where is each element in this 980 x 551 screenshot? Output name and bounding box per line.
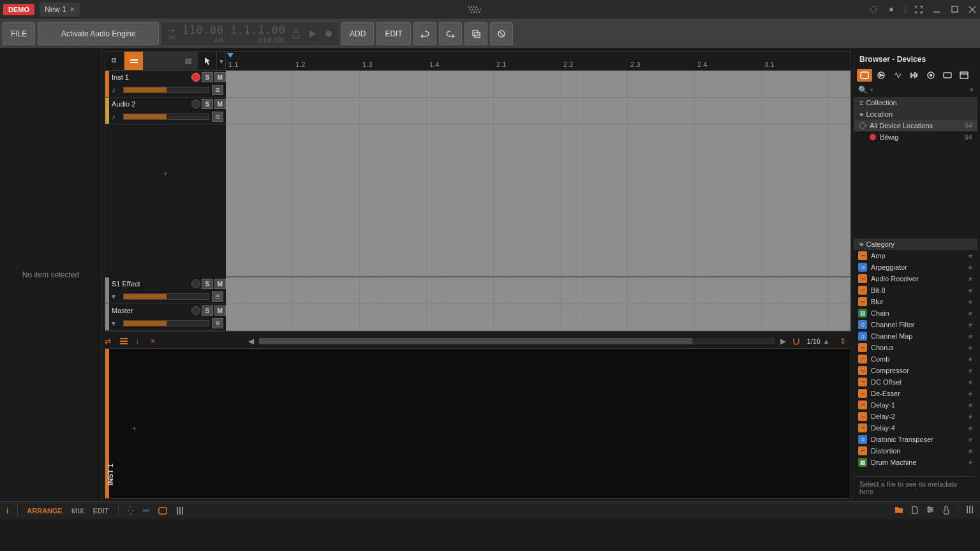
browser-category-item[interactable]: ⎓Blur★ [854, 296, 977, 307]
browser-category-item[interactable]: ⎓Audio Receiver★ [854, 273, 977, 284]
touch-icon[interactable] [942, 506, 950, 516]
arranger-lanes[interactable] [226, 71, 850, 331]
notification-icon[interactable] [887, 5, 896, 14]
favorite-icon[interactable]: ★ [967, 459, 974, 467]
favorite-icon[interactable]: ★ [967, 275, 974, 283]
browser-search[interactable]: 🔍 ▾ × [854, 83, 977, 97]
browser-category-item[interactable]: ▤Chain★ [854, 307, 977, 319]
solo-button[interactable]: S [202, 72, 213, 82]
record-arm-button[interactable] [191, 99, 200, 108]
view-mix-tab[interactable]: MIX [71, 507, 84, 515]
arranger-toggle[interactable] [124, 52, 144, 70]
grid-resolution[interactable]: 1/16 [807, 337, 820, 345]
browser-category-item[interactable]: ⎓Bit-8★ [854, 284, 977, 296]
settings-icon[interactable] [926, 506, 935, 516]
browser-category-item[interactable]: ⎓Delay-1★ [854, 399, 977, 411]
track-menu-button[interactable]: ≡ [212, 318, 223, 328]
record-arm-button[interactable] [191, 279, 200, 288]
favorite-icon[interactable]: ★ [967, 286, 974, 295]
timesig-display[interactable]: 4/4 [182, 36, 223, 44]
browser-category-item[interactable]: ♫Channel Map★ [854, 330, 977, 342]
browser-category-item[interactable]: ♫Diatonic Transposer★ [854, 434, 977, 445]
favorite-icon[interactable]: ★ [967, 263, 974, 272]
follow-playhead-icon[interactable]: ↓ [135, 337, 147, 346]
browser-section-category[interactable]: ≡ Category [854, 239, 977, 250]
device-panel-icon[interactable] [158, 507, 167, 515]
controllers-icon[interactable] [966, 506, 974, 516]
favorite-icon[interactable]: ★ [967, 367, 974, 375]
automation-icon[interactable]: ⇄ [105, 337, 116, 346]
clear-icon[interactable]: × [151, 337, 162, 346]
timeline-ruler[interactable]: 1.11.21.31.42.12.22.32.43.1 [226, 52, 850, 71]
browser-tab-multisamples[interactable] [907, 69, 922, 82]
solo-button[interactable]: S [202, 279, 213, 289]
record-button[interactable] [323, 29, 334, 39]
favorite-icon[interactable]: ★ [967, 378, 974, 386]
browser-category-item[interactable]: ⎓Compressor★ [854, 365, 977, 376]
volume-meter[interactable] [123, 320, 209, 327]
add-button[interactable]: ADD [341, 22, 374, 45]
browser-tab-presets[interactable] [873, 69, 889, 82]
browser-tab-music[interactable] [923, 69, 939, 82]
record-arm-button[interactable] [191, 73, 200, 82]
mute-button[interactable]: M [214, 72, 226, 82]
mute-button[interactable]: M [214, 305, 226, 316]
metronome-icon[interactable] [292, 28, 301, 33]
browser-section-collection[interactable]: ≡ Collection [854, 97, 977, 108]
clip-launcher-toggle[interactable] [105, 52, 124, 70]
edit-button[interactable]: EDIT [376, 22, 410, 45]
punch-icon[interactable] [292, 34, 301, 40]
file-button[interactable]: FILE [3, 22, 35, 45]
favorite-icon[interactable]: ★ [967, 252, 974, 260]
close-icon[interactable]: × [70, 5, 75, 14]
solo-button[interactable]: S [202, 99, 213, 109]
favorite-icon[interactable]: ★ [967, 309, 974, 318]
track-menu-button[interactable]: ≡ [212, 112, 223, 122]
add-track-button[interactable]: + [105, 167, 226, 181]
project-panel-icon[interactable] [895, 506, 903, 516]
browser-tab-clips[interactable] [940, 69, 955, 82]
time-display[interactable]: 0:00.000 [230, 36, 285, 44]
browser-category-item[interactable]: ⎓Delay-2★ [854, 411, 977, 422]
browser-category-item[interactable]: ⎓Delay-4★ [854, 422, 977, 434]
search-clear-icon[interactable]: × [969, 85, 974, 94]
favorite-icon[interactable]: ★ [967, 390, 974, 398]
project-tab[interactable]: New 1 × [40, 3, 80, 17]
volume-meter[interactable] [123, 114, 209, 120]
view-arrange-tab[interactable]: ARRANGE [27, 507, 63, 515]
activate-engine-button[interactable]: Activate Audio Engine [38, 22, 159, 45]
dashboard-icon[interactable] [869, 5, 878, 14]
favorite-icon[interactable]: ★ [967, 355, 974, 364]
browser-category-item[interactable]: ⎓Comb★ [854, 353, 977, 365]
record-arm-button[interactable] [191, 306, 200, 315]
track-header[interactable]: Inst 1 S M ♪ ≡ [105, 71, 226, 98]
disable-button[interactable] [490, 22, 513, 45]
scroll-left-icon[interactable]: ◀ [246, 337, 255, 346]
track-fold-icon[interactable] [120, 338, 131, 344]
browser-category-item[interactable]: ⎓De-Esser★ [854, 388, 977, 399]
browser-category-item[interactable]: ⎓Distortion★ [854, 445, 977, 457]
browser-tab-files[interactable] [956, 69, 972, 82]
position-display[interactable]: 1.1.1.00 [230, 23, 285, 36]
tempo-display[interactable]: 110.00 [182, 23, 223, 36]
browser-section-location[interactable]: ≡ Location [854, 108, 977, 120]
browser-category-item[interactable]: ⎓DC Offset★ [854, 376, 977, 388]
info-icon[interactable]: i [6, 506, 8, 515]
browser-tab-devices[interactable] [857, 69, 872, 82]
clipboard-button[interactable] [464, 22, 487, 45]
track-header[interactable]: S1 Effect S M ▾ ≡ [105, 277, 226, 304]
add-device-button[interactable]: + [132, 424, 137, 433]
pointer-tool[interactable] [198, 52, 217, 70]
browser-category-item[interactable]: ▦Drum Machine★ [854, 457, 977, 468]
redo-button[interactable] [439, 22, 462, 45]
favorite-icon[interactable]: ★ [967, 424, 974, 432]
grid-menu-icon[interactable]: ▴ [824, 337, 836, 346]
favorite-icon[interactable]: ★ [967, 344, 974, 352]
zoom-fit-icon[interactable]: ⇕ [840, 337, 851, 346]
mappings-icon[interactable]: ⚯ [143, 506, 149, 515]
browser-location-item[interactable]: All Device Locations94 [854, 120, 977, 131]
track-options-icon[interactable] [179, 52, 198, 70]
tool-dropdown[interactable]: ▾ [217, 52, 226, 70]
track-header[interactable]: Master S M ▾ ≡ [105, 304, 226, 331]
favorite-icon[interactable]: ★ [967, 298, 974, 306]
